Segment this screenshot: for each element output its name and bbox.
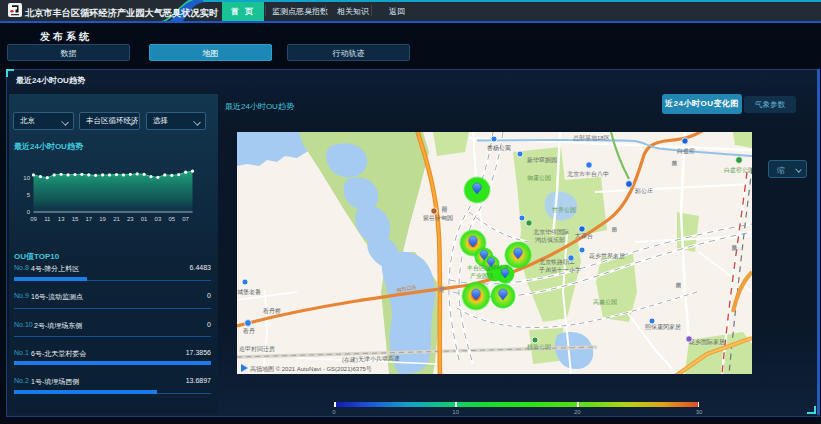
svg-text:11: 11 bbox=[44, 216, 51, 222]
svg-text:总部基地18区: 总部基地18区 bbox=[572, 134, 610, 142]
svg-text:御康公园: 御康公园 bbox=[527, 174, 551, 182]
svg-text:北京市丰台八中: 北京市丰台八中 bbox=[567, 170, 609, 178]
svg-text:熙保康冈家居: 熙保康冈家居 bbox=[645, 323, 681, 331]
svg-text:13: 13 bbox=[58, 216, 65, 222]
svg-text:新华双拥园: 新华双拥园 bbox=[527, 156, 557, 164]
svg-text:白盆窑: 白盆窑 bbox=[677, 147, 695, 155]
svg-text:鸿坊俱乐部: 鸿坊俱乐部 bbox=[535, 236, 565, 244]
svg-text:高鑫公园: 高鑫公园 bbox=[593, 298, 617, 306]
svg-text:03: 03 bbox=[155, 216, 162, 222]
svg-text:19: 19 bbox=[99, 216, 106, 222]
svg-text:造甲村回迁房: 造甲村回迁房 bbox=[239, 345, 275, 353]
svg-text:世界公园: 世界公园 bbox=[552, 207, 576, 214]
svg-text:21: 21 bbox=[113, 216, 120, 222]
svg-text:大葆台: 大葆台 bbox=[575, 232, 593, 240]
svg-text:07: 07 bbox=[182, 216, 189, 222]
svg-text:白盆窑公园: 白盆窑公园 bbox=[724, 166, 752, 174]
svg-text:看丹桥: 看丹桥 bbox=[262, 307, 281, 315]
svg-text:子弟第十一小学: 子弟第十一小学 bbox=[538, 266, 581, 274]
svg-text:丰台区循环经济: 丰台区循环经济 bbox=[467, 264, 509, 272]
svg-text:高德地图 © 2021 AutoNavi - GS(2021: 高德地图 © 2021 AutoNavi - GS(2021)6375号 bbox=[250, 365, 372, 373]
svg-text:23: 23 bbox=[127, 216, 134, 222]
svg-text:产业园区: 产业园区 bbox=[470, 272, 494, 280]
svg-text:城堡老番: 城堡老番 bbox=[237, 288, 261, 296]
svg-text:北京华侨国际: 北京华侨国际 bbox=[533, 228, 569, 236]
svg-text:01: 01 bbox=[141, 216, 148, 222]
svg-text:17: 17 bbox=[85, 216, 92, 222]
svg-text:花乡世界名居: 花乡世界名居 bbox=[589, 253, 625, 260]
svg-text:槐新公园: 槐新公园 bbox=[527, 343, 551, 351]
svg-text:09: 09 bbox=[30, 216, 37, 222]
svg-text:紫谷伊甸园: 紫谷伊甸园 bbox=[422, 214, 453, 222]
svg-text:15: 15 bbox=[72, 216, 79, 222]
svg-text:春杨公寓: 春杨公寓 bbox=[487, 144, 511, 152]
svg-text:5: 5 bbox=[27, 192, 31, 198]
svg-text:05: 05 bbox=[168, 216, 175, 222]
svg-text:郭公庄: 郭公庄 bbox=[634, 187, 653, 195]
svg-text:花乡国际家居: 花乡国际家居 bbox=[689, 338, 725, 346]
svg-text:0: 0 bbox=[27, 209, 31, 215]
svg-text:看丹: 看丹 bbox=[242, 327, 255, 335]
svg-text:10: 10 bbox=[23, 175, 30, 181]
